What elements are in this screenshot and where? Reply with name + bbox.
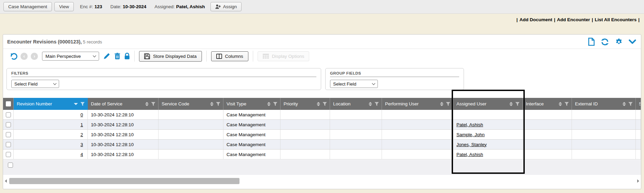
cell-visit-type: Case Management — [223, 140, 280, 150]
group-fields-box: GROUP FIELDS Select Field — [325, 68, 464, 90]
filter-funnel-icon[interactable] — [273, 102, 277, 106]
assigned-user-link[interactable]: Patel, Ashish — [456, 152, 483, 157]
filter-funnel-icon[interactable] — [80, 102, 85, 106]
filters-field-select[interactable]: Select Field — [11, 80, 59, 88]
case-management-button[interactable]: Case Management — [3, 2, 52, 11]
cell-revision-number: 0 — [14, 110, 88, 120]
table-row: 410-30-2024 12:28:10Case ManagementPatel… — [3, 150, 641, 159]
horizontal-scrollbar[interactable] — [3, 178, 641, 184]
refresh-icon[interactable] — [601, 38, 609, 46]
filter-funnel-icon[interactable] — [515, 102, 520, 106]
link-add-document[interactable]: Add Document — [519, 17, 552, 22]
revision-number-link[interactable]: 3 — [80, 142, 83, 147]
assigned-user-link[interactable]: Patel, Ashish — [456, 122, 483, 127]
column-header-s-truncated[interactable]: S — [636, 98, 641, 110]
filter-funnel-icon[interactable] — [151, 102, 155, 106]
column-header-performing-user[interactable]: Performing User — [382, 98, 453, 110]
column-header-interface[interactable]: Interface — [523, 98, 572, 110]
table-row: 010-30-2024 12:28:10Case Management — [3, 110, 641, 120]
store-displayed-data-label: Store Displayed Data — [153, 54, 197, 59]
column-header-visit-type[interactable]: Visit Type — [223, 98, 280, 110]
column-header-location[interactable]: Location — [330, 98, 382, 110]
date-value: 10-30-2024 — [123, 4, 146, 9]
group-fields-select-value: Select Field — [333, 81, 356, 87]
sort-icon — [509, 102, 513, 106]
cell-revision-number: 1 — [14, 120, 88, 130]
row-checkbox[interactable] — [6, 152, 11, 157]
cell-assigned-user: Jones, Stanley — [453, 140, 523, 150]
new-document-icon[interactable] — [588, 38, 595, 46]
column-header-revision-number[interactable]: Revision Number — [14, 98, 88, 110]
row-checkbox[interactable] — [6, 122, 11, 127]
scroll-right-icon[interactable] — [637, 179, 639, 183]
cell-location — [330, 110, 382, 120]
row-checkbox[interactable] — [6, 142, 11, 147]
edit-pencil-icon[interactable] — [103, 53, 110, 60]
cell-priority — [280, 130, 330, 140]
column-header-date-of-service[interactable]: Date of Service — [88, 98, 159, 110]
scrollbar-thumb[interactable] — [9, 178, 239, 184]
view-button[interactable]: View — [54, 2, 74, 11]
lock-icon[interactable] — [124, 53, 130, 60]
revision-number-link[interactable]: 2 — [80, 132, 83, 137]
cell-service-code — [159, 140, 223, 150]
column-header-external-id[interactable]: External ID — [572, 98, 636, 110]
encounter-number-field: Enc #:123 — [80, 4, 102, 9]
cell-revision-number: 4 — [14, 150, 88, 159]
cell-service-code — [159, 110, 223, 120]
filter-funnel-icon[interactable] — [564, 102, 569, 106]
filter-funnel-icon[interactable] — [323, 102, 327, 106]
collapse-chevron-icon[interactable] — [629, 39, 636, 44]
filter-funnel-icon[interactable] — [446, 102, 450, 106]
link-list-all-encounters[interactable]: List All Encounters — [595, 17, 637, 22]
column-header-assigned-user[interactable]: Assigned User — [453, 98, 523, 110]
cell-visit-type: Case Management — [223, 120, 280, 130]
toolbar-divider — [134, 51, 135, 62]
link-separator: | — [554, 17, 555, 22]
columns-icon — [216, 54, 222, 59]
filter-funnel-icon[interactable] — [216, 102, 220, 106]
quick-links: |Add Document|Add Encounter|List All Enc… — [515, 17, 641, 22]
column-header-priority[interactable]: Priority — [280, 98, 330, 110]
table-row: 210-30-2024 12:28:10Case ManagementSampl… — [3, 130, 641, 140]
select-all-checkbox[interactable] — [6, 101, 11, 106]
assign-button[interactable]: Assign — [210, 2, 242, 11]
gear-icon[interactable] — [615, 38, 623, 46]
revision-number-link[interactable]: 1 — [80, 122, 83, 127]
cell-location — [330, 130, 382, 140]
assigned-user-link[interactable]: Sample, John — [456, 132, 485, 137]
assigned-user-link[interactable]: Jones, Stanley — [456, 142, 487, 147]
undo-icon[interactable] — [10, 53, 17, 60]
assigned-field: Assigned:Patel, Ashish — [154, 4, 205, 9]
scroll-left-icon[interactable] — [5, 179, 7, 183]
store-displayed-data-button[interactable]: Store Displayed Data — [139, 51, 202, 62]
cell-performing-user — [382, 150, 453, 159]
cell-external-id — [572, 150, 636, 159]
cell-service-code — [159, 120, 223, 130]
revisions-table: Revision NumberDate of ServiceService Co… — [3, 98, 641, 159]
cell-revision-number: 2 — [14, 130, 88, 140]
cell-s-truncated — [636, 150, 641, 159]
cell-text: 10-30-2024 12:28:10 — [91, 122, 134, 127]
column-header-service-code[interactable]: Service Code — [159, 98, 223, 110]
cell-date-of-service: 10-30-2024 12:28:10 — [88, 110, 159, 120]
table-body: 010-30-2024 12:28:10Case Management110-3… — [3, 110, 641, 159]
row-checkbox[interactable] — [6, 112, 11, 117]
cell-text: Case Management — [227, 142, 265, 147]
revision-number-link[interactable]: 0 — [80, 112, 83, 117]
column-header-label: Visit Type — [227, 101, 266, 106]
cell-location — [330, 140, 382, 150]
footer-row-checkbox[interactable] — [8, 163, 13, 168]
columns-button[interactable]: Columns — [211, 51, 248, 61]
revision-number-link[interactable]: 4 — [80, 152, 83, 157]
perspective-select[interactable]: Main Perspective — [42, 52, 99, 61]
filter-funnel-icon[interactable] — [374, 102, 379, 106]
group-fields-select[interactable]: Select Field — [330, 80, 378, 88]
panel-title-text: Encounter Revisions (0000123), — [7, 39, 82, 44]
filters-box: FILTERS Select Field — [6, 68, 321, 90]
link-separator: | — [517, 17, 518, 22]
row-checkbox[interactable] — [6, 132, 11, 137]
link-add-encounter[interactable]: Add Encounter — [557, 17, 590, 22]
delete-trash-icon[interactable] — [114, 53, 120, 60]
filter-funnel-icon[interactable] — [628, 102, 633, 106]
